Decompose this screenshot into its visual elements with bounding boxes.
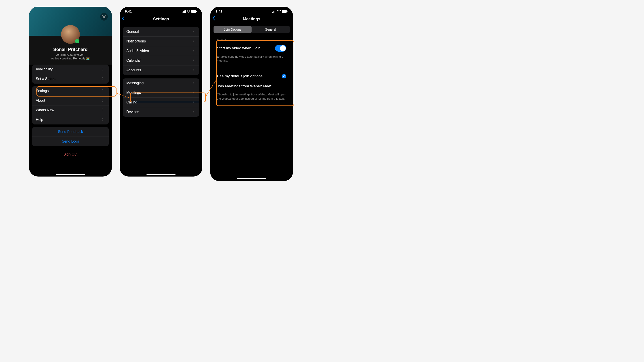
svg-rect-13 bbox=[287, 11, 288, 12]
menu-help[interactable]: Help 〉 bbox=[32, 115, 109, 124]
settings-meetings[interactable]: Meetings〉 bbox=[123, 88, 199, 98]
svg-rect-5 bbox=[191, 10, 196, 13]
settings-messaging[interactable]: Messaging〉 bbox=[123, 78, 199, 88]
svg-rect-2 bbox=[184, 10, 185, 13]
chevron-right-icon: 〉 bbox=[192, 100, 196, 104]
settings-devices[interactable]: Devices〉 bbox=[123, 107, 199, 117]
profile-status: Active • Working Remotely 🧑‍💻 bbox=[29, 57, 112, 60]
profile-group-1: Availability 〉 Set a Status 〉 bbox=[32, 64, 109, 84]
item-label: Notifications bbox=[126, 39, 146, 43]
send-feedback-button[interactable]: Send Feedback bbox=[32, 127, 109, 137]
chevron-right-icon: 〉 bbox=[192, 30, 196, 34]
chevron-right-icon: 〉 bbox=[102, 67, 105, 71]
chevron-right-icon: 〉 bbox=[192, 91, 196, 95]
wifi-icon bbox=[277, 10, 281, 13]
back-icon[interactable] bbox=[212, 16, 215, 22]
nav-title: Meetings bbox=[243, 17, 260, 21]
option-label: Join Meetings from Webex Meet bbox=[217, 84, 271, 88]
segment-join-options[interactable]: Join Options bbox=[214, 26, 252, 33]
chevron-right-icon: 〉 bbox=[192, 58, 196, 62]
chevron-right-icon: 〉 bbox=[102, 98, 105, 103]
settings-group-2: Messaging〉 Meetings〉 Calling〉 Devices〉 bbox=[123, 78, 199, 117]
home-indicator[interactable] bbox=[146, 174, 176, 175]
start-video-row: Start my video when I join bbox=[213, 43, 290, 53]
svg-rect-10 bbox=[276, 10, 276, 13]
phone-profile: Sonali Pritchard sonalip@example.com Act… bbox=[29, 7, 112, 177]
phone-meetings: 9:41 Meetings Join Options General VIDEO… bbox=[210, 7, 293, 181]
settings-general[interactable]: General〉 bbox=[123, 27, 199, 37]
battery-icon bbox=[282, 10, 288, 13]
menu-availability[interactable]: Availability 〉 bbox=[32, 64, 109, 74]
svg-rect-6 bbox=[196, 11, 197, 12]
battery-icon bbox=[191, 10, 197, 13]
item-label: Devices bbox=[126, 110, 139, 114]
check-icon: ✓ bbox=[282, 74, 286, 78]
profile-header bbox=[29, 7, 112, 36]
menu-label: About bbox=[36, 98, 45, 103]
sign-out-button[interactable]: Sign Out bbox=[64, 152, 77, 156]
svg-rect-3 bbox=[185, 10, 186, 13]
menu-label: Set a Status bbox=[36, 77, 55, 81]
webex-meet-row[interactable]: Join Meetings from Webex Meet bbox=[213, 81, 290, 91]
toggle-description: Enables sending video automatically when… bbox=[213, 53, 290, 67]
settings-accounts[interactable]: Accounts〉 bbox=[123, 65, 199, 75]
chevron-right-icon: 〉 bbox=[102, 118, 105, 122]
svg-rect-7 bbox=[272, 12, 273, 13]
segment-general[interactable]: General bbox=[252, 26, 289, 33]
svg-rect-0 bbox=[182, 12, 182, 13]
toggle-label: Start my video when I join bbox=[217, 46, 260, 50]
back-icon[interactable] bbox=[122, 16, 124, 22]
item-label: Calendar bbox=[126, 58, 141, 62]
send-logs-button[interactable]: Send Logs bbox=[32, 137, 109, 146]
status-time: 9:41 bbox=[125, 9, 132, 13]
avatar-wrap bbox=[61, 25, 80, 44]
item-label: General bbox=[126, 30, 139, 34]
segmented-control[interactable]: Join Options General bbox=[213, 26, 290, 33]
item-label: Audio & Video bbox=[126, 49, 149, 53]
svg-point-4 bbox=[188, 12, 189, 12]
menu-label: Whats New bbox=[36, 108, 54, 112]
menu-whats-new[interactable]: Whats New 〉 bbox=[32, 105, 109, 115]
item-label: Meetings bbox=[126, 91, 141, 95]
option2-description: Choosing to join meetings from Webex Mee… bbox=[213, 91, 290, 105]
svg-rect-8 bbox=[274, 11, 274, 13]
settings-audio-video[interactable]: Audio & Video〉 bbox=[123, 46, 199, 56]
chevron-right-icon: 〉 bbox=[192, 68, 196, 72]
profile-group-2: Settings 〉 About 〉 Whats New 〉 Help 〉 bbox=[32, 86, 109, 124]
home-indicator[interactable] bbox=[56, 174, 85, 175]
settings-calling[interactable]: Calling〉 bbox=[123, 98, 199, 107]
profile-actions: Send Feedback Send Logs bbox=[32, 127, 109, 146]
svg-rect-1 bbox=[183, 11, 184, 13]
section-video-header: VIDEO bbox=[210, 36, 293, 43]
chevron-right-icon: 〉 bbox=[102, 108, 105, 112]
nav-bar: Meetings bbox=[210, 14, 293, 24]
menu-label: Availability bbox=[36, 67, 52, 71]
svg-rect-12 bbox=[282, 10, 287, 13]
nav-title: Settings bbox=[153, 17, 169, 21]
chevron-right-icon: 〉 bbox=[192, 81, 196, 85]
status-bar: 9:41 bbox=[120, 7, 202, 14]
settings-calendar[interactable]: Calendar〉 bbox=[123, 56, 199, 65]
default-join-options-row[interactable]: Use my default join options ✓ bbox=[213, 71, 290, 81]
settings-group-1: General〉 Notifications〉 Audio & Video〉 C… bbox=[123, 27, 199, 75]
cellular-icon bbox=[182, 10, 186, 13]
start-video-toggle[interactable] bbox=[275, 45, 286, 52]
chevron-right-icon: 〉 bbox=[192, 49, 196, 53]
phone-settings: 9:41 Settings General〉 Notifications〉 Au… bbox=[120, 7, 202, 177]
close-icon[interactable] bbox=[100, 13, 108, 20]
menu-about[interactable]: About 〉 bbox=[32, 96, 109, 105]
home-indicator[interactable] bbox=[237, 178, 266, 179]
menu-settings[interactable]: Settings 〉 bbox=[32, 86, 109, 96]
profile-name: Sonali Pritchard bbox=[29, 47, 112, 52]
cellular-icon bbox=[272, 10, 276, 13]
status-icons bbox=[182, 10, 197, 13]
chevron-right-icon: 〉 bbox=[102, 77, 105, 81]
menu-set-status[interactable]: Set a Status 〉 bbox=[32, 74, 109, 84]
status-time: 9:41 bbox=[216, 9, 222, 13]
settings-notifications[interactable]: Notifications〉 bbox=[123, 37, 199, 46]
item-label: Calling bbox=[126, 100, 137, 104]
status-bar: 9:41 bbox=[210, 7, 293, 14]
status-icons bbox=[272, 10, 288, 13]
profile-email: sonalip@example.com bbox=[29, 53, 112, 56]
menu-label: Settings bbox=[36, 89, 49, 93]
